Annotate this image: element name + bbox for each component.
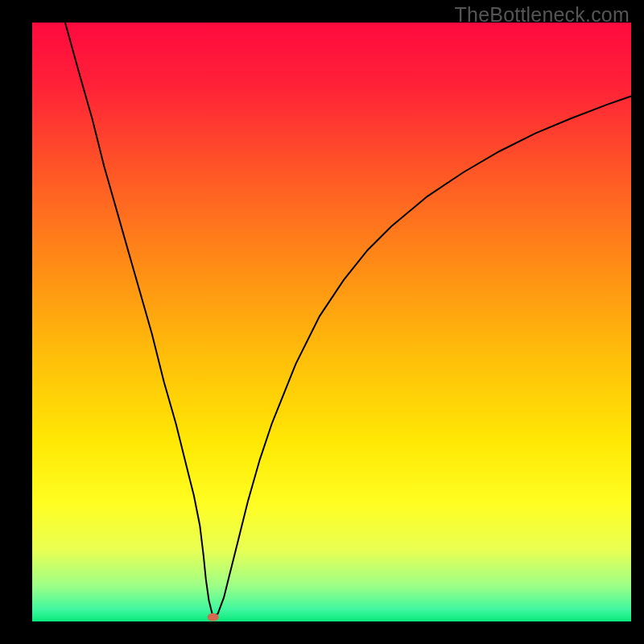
optimal-point-marker — [208, 613, 219, 621]
plot-background — [32, 23, 631, 621]
chart-svg — [32, 23, 631, 621]
chart-frame: TheBottleneck.com — [0, 0, 644, 644]
